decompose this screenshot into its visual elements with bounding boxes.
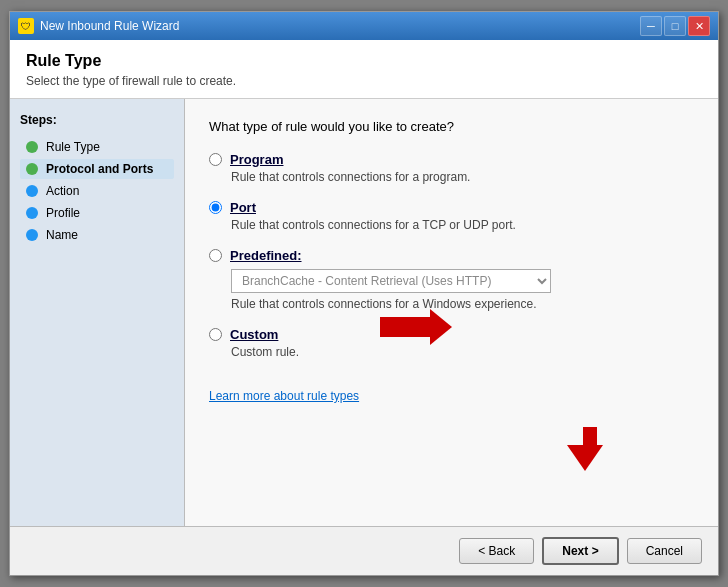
header-section: Rule Type Select the type of firewall ru… bbox=[10, 40, 718, 99]
content-area: Rule Type Select the type of firewall ru… bbox=[10, 40, 718, 575]
sidebar-item-action[interactable]: Action bbox=[20, 181, 174, 201]
down-arrow-head bbox=[567, 445, 603, 471]
cancel-button[interactable]: Cancel bbox=[627, 538, 702, 564]
main-body: Steps: Rule Type Protocol and Ports Acti… bbox=[10, 99, 718, 526]
radio-port[interactable] bbox=[209, 201, 222, 214]
sidebar-item-label-action: Action bbox=[46, 184, 79, 198]
sidebar-item-profile[interactable]: Profile bbox=[20, 203, 174, 223]
radio-row-predefined: Predefined: bbox=[209, 248, 694, 263]
sidebar-item-label-protocol-ports: Protocol and Ports bbox=[46, 162, 153, 176]
page-title: Rule Type bbox=[26, 52, 702, 70]
option-predefined: Predefined: BranchCache - Content Retrie… bbox=[209, 248, 694, 311]
next-button[interactable]: Next > bbox=[542, 537, 618, 565]
arrow-indicator bbox=[380, 309, 452, 345]
step-dot-action bbox=[26, 185, 38, 197]
step-dot-protocol-ports bbox=[26, 163, 38, 175]
label-program[interactable]: Program bbox=[230, 152, 283, 167]
predefined-dropdown[interactable]: BranchCache - Content Retrieval (Uses HT… bbox=[231, 269, 551, 293]
predefined-select-row: BranchCache - Content Retrieval (Uses HT… bbox=[209, 269, 694, 293]
arrow-body bbox=[380, 317, 430, 337]
desc-program: Rule that controls connections for a pro… bbox=[209, 170, 694, 184]
sidebar-item-label-name: Name bbox=[46, 228, 78, 242]
title-bar: 🛡 New Inbound Rule Wizard ─ □ ✕ bbox=[10, 12, 718, 40]
minimize-button[interactable]: ─ bbox=[640, 16, 662, 36]
sidebar-item-name[interactable]: Name bbox=[20, 225, 174, 245]
step-dot-name bbox=[26, 229, 38, 241]
maximize-button[interactable]: □ bbox=[664, 16, 686, 36]
arrow-head bbox=[430, 309, 452, 345]
question-text: What type of rule would you like to crea… bbox=[209, 119, 694, 134]
radio-predefined[interactable] bbox=[209, 249, 222, 262]
close-button[interactable]: ✕ bbox=[688, 16, 710, 36]
option-port: Port Rule that controls connections for … bbox=[209, 200, 694, 232]
radio-program[interactable] bbox=[209, 153, 222, 166]
sidebar-item-rule-type[interactable]: Rule Type bbox=[20, 137, 174, 157]
radio-row-port: Port bbox=[209, 200, 694, 215]
window-title: New Inbound Rule Wizard bbox=[40, 19, 640, 33]
down-arrow-stem bbox=[583, 427, 597, 445]
window-icon: 🛡 bbox=[18, 18, 34, 34]
option-program: Program Rule that controls connections f… bbox=[209, 152, 694, 184]
radio-row-program: Program bbox=[209, 152, 694, 167]
desc-port: Rule that controls connections for a TCP… bbox=[209, 218, 694, 232]
step-dot-rule-type bbox=[26, 141, 38, 153]
link-area: Learn more about rule types bbox=[209, 389, 694, 403]
label-port[interactable]: Port bbox=[230, 200, 256, 215]
footer: < Back Next > Cancel bbox=[10, 526, 718, 575]
steps-label: Steps: bbox=[20, 113, 174, 127]
main-window: 🛡 New Inbound Rule Wizard ─ □ ✕ Rule Typ… bbox=[9, 11, 719, 576]
radio-custom[interactable] bbox=[209, 328, 222, 341]
sidebar-item-label-rule-type: Rule Type bbox=[46, 140, 100, 154]
label-predefined[interactable]: Predefined: bbox=[230, 248, 302, 263]
desc-custom: Custom rule. bbox=[209, 345, 694, 359]
sidebar-item-label-profile: Profile bbox=[46, 206, 80, 220]
learn-more-link[interactable]: Learn more about rule types bbox=[209, 389, 359, 403]
back-button[interactable]: < Back bbox=[459, 538, 534, 564]
sidebar: Steps: Rule Type Protocol and Ports Acti… bbox=[10, 99, 185, 526]
sidebar-item-protocol-ports[interactable]: Protocol and Ports bbox=[20, 159, 174, 179]
down-arrow-container bbox=[576, 427, 603, 471]
step-dot-profile bbox=[26, 207, 38, 219]
label-custom[interactable]: Custom bbox=[230, 327, 278, 342]
right-panel: What type of rule would you like to crea… bbox=[185, 99, 718, 526]
page-subtitle: Select the type of firewall rule to crea… bbox=[26, 74, 702, 88]
title-bar-controls: ─ □ ✕ bbox=[640, 16, 710, 36]
